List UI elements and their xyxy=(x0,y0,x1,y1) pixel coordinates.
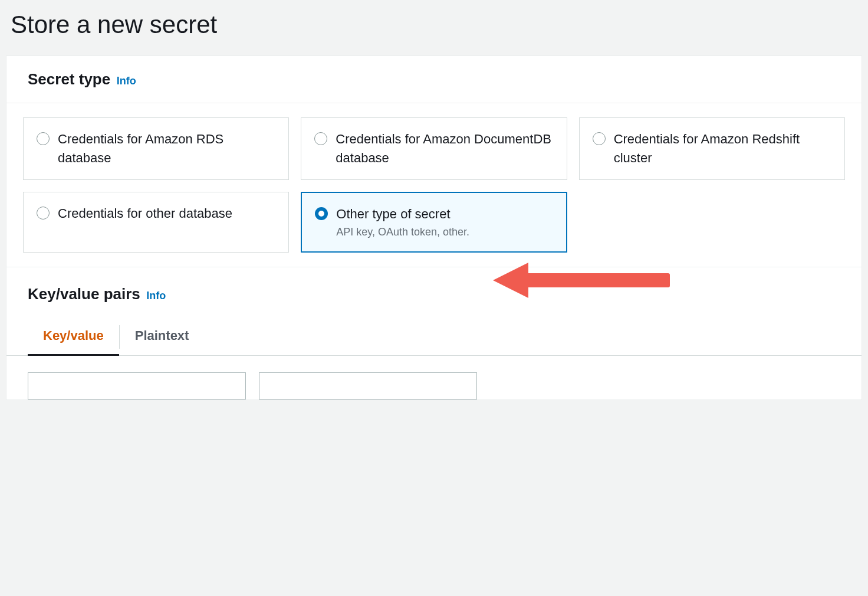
radio-label: Credentials for Amazon RDS database xyxy=(58,130,275,168)
radio-icon xyxy=(37,207,50,220)
radio-icon xyxy=(315,207,328,220)
radio-option-redshift[interactable]: Credentials for Amazon Redshift cluster xyxy=(579,117,845,180)
tab-plaintext[interactable]: Plaintext xyxy=(120,319,205,355)
radio-option-documentdb[interactable]: Credentials for Amazon DocumentDB databa… xyxy=(301,117,567,180)
secret-type-radio-group: Credentials for Amazon RDS database Cred… xyxy=(23,117,845,253)
secret-type-header: Secret type Info xyxy=(6,56,862,103)
radio-option-other-secret[interactable]: Other type of secret API key, OAuth toke… xyxy=(301,192,567,253)
radio-option-rds[interactable]: Credentials for Amazon RDS database xyxy=(23,117,289,180)
radio-sublabel: API key, OAuth token, other. xyxy=(336,225,469,240)
kv-tabs: Key/value Plaintext xyxy=(6,319,862,356)
radio-label: Credentials for Amazon Redshift cluster xyxy=(614,130,831,168)
radio-label: Other type of secret xyxy=(336,205,469,224)
kv-pairs-heading: Key/value pairs xyxy=(28,285,140,303)
page-title: Store a new secret xyxy=(0,0,868,55)
kv-input-row xyxy=(6,356,862,399)
secret-type-heading: Secret type xyxy=(28,70,110,88)
main-panel: Secret type Info Credentials for Amazon … xyxy=(6,55,862,400)
radio-icon xyxy=(314,132,327,145)
tab-key-value[interactable]: Key/value xyxy=(28,319,119,355)
secret-type-body: Credentials for Amazon RDS database Cred… xyxy=(6,103,862,267)
kv-pairs-header: Key/value pairs Info xyxy=(6,267,862,319)
kv-pairs-info-link[interactable]: Info xyxy=(146,290,166,302)
radio-option-other-database[interactable]: Credentials for other database xyxy=(23,192,289,253)
radio-label: Credentials for other database xyxy=(58,204,232,223)
radio-icon xyxy=(37,132,50,145)
kv-key-input[interactable] xyxy=(28,372,246,399)
radio-icon xyxy=(593,132,606,145)
secret-type-info-link[interactable]: Info xyxy=(117,75,136,87)
radio-label: Credentials for Amazon DocumentDB databa… xyxy=(336,130,553,168)
kv-value-input[interactable] xyxy=(259,372,477,399)
